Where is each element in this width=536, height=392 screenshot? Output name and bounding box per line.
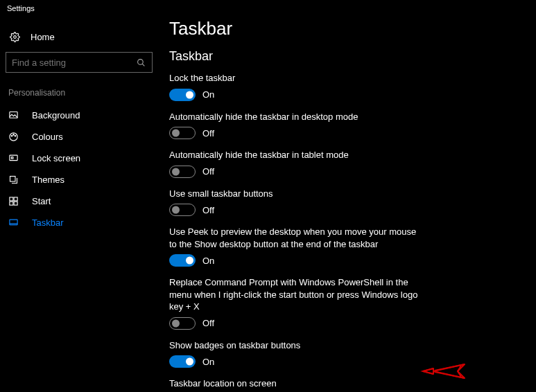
svg-rect-3 bbox=[10, 112, 17, 118]
sidebar-item-background[interactable]: Background bbox=[0, 105, 158, 126]
sidebar: Home Personalisation Background Colours bbox=[0, 15, 158, 392]
sidebar-item-lockscreen[interactable]: Lock screen bbox=[0, 148, 158, 169]
gear-icon bbox=[8, 32, 21, 42]
sidebar-item-label: Background bbox=[32, 110, 80, 121]
sidebar-item-colours[interactable]: Colours bbox=[0, 126, 158, 148]
toggle-peek[interactable] bbox=[169, 254, 196, 267]
svg-rect-11 bbox=[10, 197, 13, 201]
section-title: Taskbar bbox=[169, 49, 536, 64]
lockscreen-icon bbox=[8, 153, 21, 163]
setting-label: Use Peek to preview the desktop when you… bbox=[169, 226, 419, 250]
setting-label: Lock the taskbar bbox=[169, 72, 419, 84]
toggle-state: Off bbox=[202, 318, 214, 328]
search-icon bbox=[135, 58, 146, 67]
page-title: Taskbar bbox=[169, 18, 536, 39]
setting-hide-desktop: Automatically hide the taskbar in deskto… bbox=[169, 111, 419, 140]
svg-rect-15 bbox=[10, 220, 17, 225]
palette-icon bbox=[8, 132, 21, 142]
toggle-hide-desktop[interactable] bbox=[169, 127, 196, 139]
svg-point-6 bbox=[13, 134, 15, 136]
toggle-state: On bbox=[202, 357, 214, 367]
toggle-state: On bbox=[202, 256, 214, 266]
svg-line-2 bbox=[142, 64, 144, 66]
setting-label: Automatically hide the taskbar in deskto… bbox=[169, 111, 419, 123]
sidebar-item-label: Lock screen bbox=[32, 153, 80, 163]
sidebar-item-label: Taskbar bbox=[32, 217, 64, 228]
main-content: Taskbar Taskbar Lock the taskbar On Auto… bbox=[158, 15, 536, 392]
themes-icon bbox=[8, 175, 21, 185]
toggle-badges[interactable] bbox=[169, 355, 196, 368]
svg-point-5 bbox=[11, 136, 12, 137]
sidebar-item-start[interactable]: Start bbox=[0, 190, 158, 212]
setting-peek: Use Peek to preview the desktop when you… bbox=[169, 226, 419, 267]
toggle-state: Off bbox=[202, 166, 214, 177]
image-icon bbox=[8, 110, 21, 121]
start-icon bbox=[8, 196, 21, 206]
svg-rect-14 bbox=[14, 202, 17, 205]
svg-point-0 bbox=[13, 36, 16, 39]
svg-rect-10 bbox=[10, 177, 16, 182]
svg-rect-9 bbox=[11, 157, 13, 159]
toggle-state: Off bbox=[202, 128, 214, 139]
sidebar-item-label: Themes bbox=[32, 175, 64, 185]
setting-small-buttons: Use small taskbar buttons Off bbox=[169, 188, 419, 217]
setting-label: Use small taskbar buttons bbox=[169, 188, 419, 200]
setting-label: Taskbar location on screen bbox=[169, 377, 419, 390]
toggle-small-buttons[interactable] bbox=[169, 204, 196, 216]
toggle-state: Off bbox=[202, 205, 214, 215]
toggle-lock-taskbar[interactable] bbox=[169, 89, 196, 101]
setting-location: Taskbar location on screen Bottom bbox=[169, 377, 419, 392]
toggle-powershell[interactable] bbox=[169, 317, 196, 330]
home-label: Home bbox=[31, 32, 55, 42]
search-input[interactable] bbox=[6, 52, 153, 73]
svg-rect-13 bbox=[10, 202, 13, 205]
setting-label: Show badges on taskbar buttons bbox=[169, 339, 419, 352]
taskbar-icon bbox=[8, 217, 21, 228]
setting-lock-taskbar: Lock the taskbar On bbox=[169, 72, 419, 101]
home-button[interactable]: Home bbox=[0, 28, 158, 52]
setting-hide-tablet: Automatically hide the taskbar in tablet… bbox=[169, 149, 419, 178]
setting-label: Replace Command Prompt with Windows Powe… bbox=[169, 276, 419, 313]
svg-point-7 bbox=[15, 136, 16, 137]
toggle-hide-tablet[interactable] bbox=[169, 166, 196, 178]
sidebar-item-label: Colours bbox=[32, 132, 63, 142]
toggle-state: On bbox=[202, 89, 214, 100]
group-label: Personalisation bbox=[0, 85, 158, 105]
setting-label: Automatically hide the taskbar in tablet… bbox=[169, 149, 419, 161]
sidebar-item-label: Start bbox=[32, 196, 51, 206]
svg-rect-12 bbox=[14, 197, 17, 201]
search-field[interactable] bbox=[12, 57, 135, 68]
window-title: Settings bbox=[0, 0, 536, 15]
sidebar-item-taskbar[interactable]: Taskbar bbox=[0, 212, 158, 233]
sidebar-item-themes[interactable]: Themes bbox=[0, 169, 158, 190]
setting-badges: Show badges on taskbar buttons On bbox=[169, 339, 419, 368]
svg-point-1 bbox=[137, 59, 143, 64]
svg-rect-8 bbox=[10, 155, 17, 161]
setting-powershell: Replace Command Prompt with Windows Powe… bbox=[169, 276, 419, 330]
